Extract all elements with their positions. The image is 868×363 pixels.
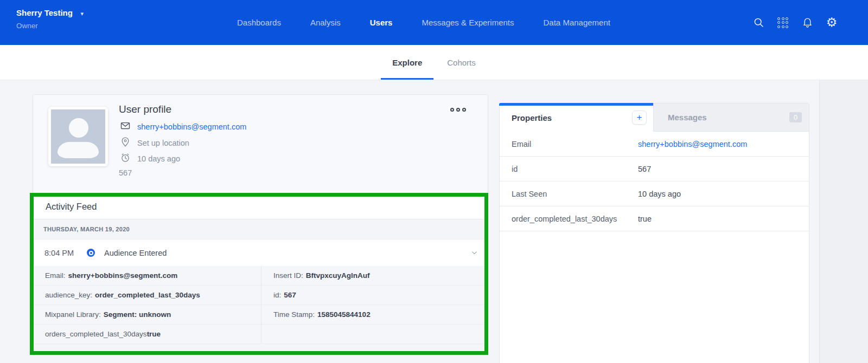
apps-grid-icon[interactable] xyxy=(777,17,789,29)
event-details-grid: Email:sherry+bobbins@segment.com Insert … xyxy=(33,266,488,344)
search-icon[interactable] xyxy=(752,17,764,29)
right-rail xyxy=(819,80,868,363)
event-time: 8:04 PM xyxy=(44,249,87,257)
tab-explore[interactable]: Explore xyxy=(381,45,433,80)
chevron-down-icon[interactable] xyxy=(471,249,478,258)
profile-last-seen: 10 days ago xyxy=(137,154,180,163)
avatar xyxy=(48,107,108,166)
project-role: Owner xyxy=(16,22,84,30)
tab-messages[interactable]: Messages 0 xyxy=(653,103,809,132)
activity-feed: Activity Feed THURSDAY, MARCH 19, 2020 8… xyxy=(33,195,488,344)
detail-cell-time-stamp: Time Stamp:1585045844102 xyxy=(261,305,488,325)
user-profile-card: User profile sherry+bobbins@segment.com … xyxy=(33,94,488,341)
alarm-clock-icon xyxy=(120,152,131,165)
project-switcher[interactable]: Sherry Testing ▾ Owner xyxy=(16,8,84,30)
properties-panel: Properties + Messages 0 Email sherry+bob… xyxy=(499,103,809,363)
tab-properties[interactable]: Properties + xyxy=(500,103,653,132)
event-dot-icon xyxy=(87,249,95,257)
settings-gear-icon[interactable]: ⚙ xyxy=(826,17,838,29)
profile-summary: User profile sherry+bobbins@segment.com … xyxy=(33,95,488,195)
detail-cell-insert-id: Insert ID:BftvpxcuyAglnAuf xyxy=(261,266,488,286)
location-pin-icon xyxy=(120,137,131,150)
profile-last-seen-row: 10 days ago xyxy=(120,152,180,165)
profile-location-row: Set up location xyxy=(120,137,189,150)
add-property-button[interactable]: + xyxy=(632,111,647,125)
page-title: User profile xyxy=(119,103,171,115)
tab-cohorts[interactable]: Cohorts xyxy=(436,45,487,80)
property-row-id: id 567 xyxy=(500,157,809,182)
nav-item-data-management[interactable]: Data Management xyxy=(544,18,610,27)
project-name: Sherry Testing xyxy=(16,8,73,17)
detail-cell-orders-completed: orders_completed_last_30daystrue xyxy=(33,325,261,344)
profile-email-row: sherry+bobbins@segment.com xyxy=(120,120,246,133)
nav-item-messages-experiments[interactable]: Messages & Experiments xyxy=(422,18,514,27)
more-options-icon[interactable] xyxy=(450,108,466,112)
profile-email-link[interactable]: sherry+bobbins@segment.com xyxy=(137,122,246,131)
page-tabs: Explore Cohorts xyxy=(0,45,868,80)
header-icon-group: ⚙ xyxy=(752,0,838,45)
chevron-down-icon: ▾ xyxy=(80,10,84,17)
main-content: User profile sherry+bobbins@segment.com … xyxy=(0,80,868,363)
detail-cell-email: Email:sherry+bobbins@segment.com xyxy=(33,266,261,286)
feed-date-header: THURSDAY, MARCH 19, 2020 xyxy=(33,219,488,239)
set-up-location-link[interactable]: Set up location xyxy=(137,139,189,147)
detail-cell-empty xyxy=(261,325,488,344)
main-nav: Dashboards Analysis Users Messages & Exp… xyxy=(237,0,610,45)
properties-panel-tabs: Properties + Messages 0 xyxy=(500,103,809,132)
detail-cell-mixpanel-library: Mixpanel Library:Segment: unknown xyxy=(33,305,261,325)
detail-cell-id: id:567 xyxy=(261,286,488,305)
top-nav-bar: Sherry Testing ▾ Owner Dashboards Analys… xyxy=(0,0,868,45)
profile-id: 567 xyxy=(119,168,132,177)
nav-item-users[interactable]: Users xyxy=(370,18,393,27)
messages-count-badge: 0 xyxy=(789,112,802,122)
notifications-bell-icon[interactable] xyxy=(801,17,813,29)
nav-item-dashboards[interactable]: Dashboards xyxy=(237,18,281,27)
property-email-link[interactable]: sherry+bobbins@segment.com xyxy=(638,140,747,148)
property-row-email: Email sherry+bobbins@segment.com xyxy=(500,132,809,157)
feed-event-row[interactable]: 8:04 PM Audience Entered xyxy=(33,239,488,266)
event-name: Audience Entered xyxy=(104,249,167,257)
nav-item-analysis[interactable]: Analysis xyxy=(310,18,341,27)
property-row-last-seen: Last Seen 10 days ago xyxy=(500,182,809,206)
activity-feed-title: Activity Feed xyxy=(33,195,488,219)
property-row-order-completed: order_completed_last_30days true xyxy=(500,206,809,231)
detail-cell-audience-key: audience_key:order_completed_last_30days xyxy=(33,286,261,305)
envelope-icon xyxy=(120,120,131,133)
